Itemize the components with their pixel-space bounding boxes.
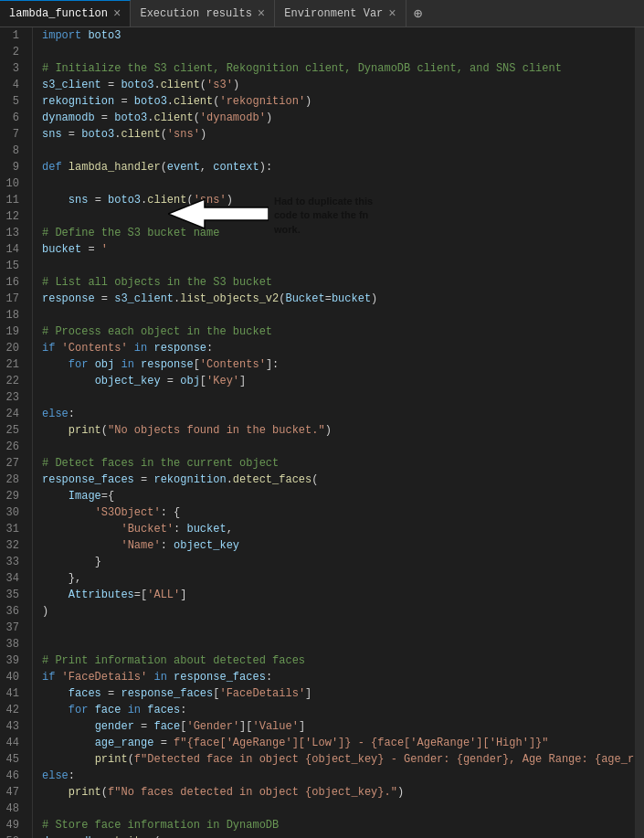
line-number: 4 (4, 77, 25, 93)
line-number: 3 (4, 60, 25, 77)
code-line: } (42, 554, 635, 570)
tab-bar: lambda_function × Execution results × En… (0, 0, 644, 27)
code-line (42, 258, 635, 274)
code-line: Image={ (42, 488, 635, 504)
code-line (42, 44, 635, 60)
code-line (42, 620, 635, 636)
line-number: 16 (4, 274, 25, 291)
code-editor[interactable]: import boto3 # Initialize the S3 client,… (33, 27, 635, 838)
code-line: for obj in response['Contents']: (42, 356, 635, 373)
code-line: # Print information about detected faces (42, 652, 635, 669)
line-number: 22 (4, 373, 25, 389)
tab-label-env: Environment Var (284, 7, 383, 20)
line-number: 26 (4, 439, 25, 455)
code-line: 'Bucket': bucket, (42, 521, 635, 537)
code-line: print("No objects found in the bucket.") (42, 422, 635, 439)
line-number: 20 (4, 340, 25, 356)
code-line: response_faces = rekognition.detect_face… (42, 472, 635, 488)
tab-close-env[interactable]: × (388, 7, 396, 20)
line-number: 41 (4, 685, 25, 702)
code-line: # Detect faces in the current object (42, 455, 635, 472)
scrollbar[interactable] (635, 27, 644, 838)
code-line: sns = boto3.client('sns') (42, 126, 635, 143)
line-number: 27 (4, 455, 25, 472)
code-line: def lambda_handler(event, context): (42, 159, 635, 175)
code-line (42, 307, 635, 324)
code-line: else: (42, 406, 635, 422)
line-number: 19 (4, 324, 25, 340)
code-line: object_key = obj['Key'] (42, 373, 635, 389)
code-line: gender = face['Gender']['Value'] (42, 718, 635, 735)
code-line: for face in faces: (42, 702, 635, 718)
line-number: 32 (4, 537, 25, 554)
code-line: faces = response_faces['FaceDetails'] (42, 685, 635, 702)
line-number: 2 (4, 44, 25, 60)
editor-container: 1234567891011121314151617181920212223242… (0, 27, 644, 838)
tab-label-lambda: lambda_function (9, 7, 108, 20)
line-number: 47 (4, 784, 25, 801)
line-number: 10 (4, 175, 25, 192)
line-number: 14 (4, 241, 25, 258)
line-number: 40 (4, 669, 25, 685)
line-number: 38 (4, 636, 25, 652)
line-number: 49 (4, 817, 25, 833)
code-line: dynamodb.put_item( (42, 833, 635, 838)
code-line (42, 208, 635, 225)
line-number: 33 (4, 554, 25, 570)
line-number: 30 (4, 504, 25, 521)
code-line: s3_client = boto3.client('s3') (42, 77, 635, 93)
line-number: 28 (4, 472, 25, 488)
line-number: 17 (4, 291, 25, 307)
line-number: 23 (4, 389, 25, 406)
tab-close-execution[interactable]: × (258, 7, 265, 20)
code-line: response = s3_client.list_objects_v2(Buc… (42, 291, 635, 307)
code-line: }, (42, 570, 635, 587)
line-number: 24 (4, 406, 25, 422)
line-number: 48 (4, 801, 25, 817)
line-number: 43 (4, 718, 25, 735)
line-number: 36 (4, 603, 25, 620)
code-line: bucket = ' (42, 241, 635, 258)
line-number: 8 (4, 143, 25, 159)
line-number: 18 (4, 307, 25, 324)
line-number: 35 (4, 587, 25, 603)
line-number: 7 (4, 126, 25, 143)
line-number: 21 (4, 356, 25, 373)
tab-execution-results[interactable]: Execution results × (131, 0, 275, 27)
code-line: # Define the S3 bucket name (42, 225, 635, 241)
add-tab-button[interactable]: ⊕ (406, 5, 430, 23)
code-line: if 'FaceDetails' in response_faces: (42, 669, 635, 685)
line-number: 25 (4, 422, 25, 439)
code-line: ) (42, 603, 635, 620)
code-line: else: (42, 768, 635, 784)
tab-lambda-function[interactable]: lambda_function × (0, 0, 131, 27)
line-number: 9 (4, 159, 25, 175)
line-number: 44 (4, 735, 25, 751)
code-line (42, 175, 635, 192)
code-line: if 'Contents' in response: (42, 340, 635, 356)
code-line (42, 389, 635, 406)
code-line (42, 801, 635, 817)
tab-environment-var[interactable]: Environment Var × (275, 0, 406, 27)
code-line (42, 439, 635, 455)
line-number: 6 (4, 110, 25, 126)
code-line: # List all objects in the S3 bucket (42, 274, 635, 291)
code-line: # Process each object in the bucket (42, 324, 635, 340)
code-line: print(f"No faces detected in object {obj… (42, 784, 635, 801)
line-number: 42 (4, 702, 25, 718)
line-number: 45 (4, 751, 25, 768)
code-line: age_range = f"{face['AgeRange']['Low']} … (42, 735, 635, 751)
line-number: 11 (4, 192, 25, 208)
line-numbers-gutter: 1234567891011121314151617181920212223242… (0, 27, 33, 838)
code-line: # Initialize the S3 client, Rekognition … (42, 60, 635, 77)
line-number: 37 (4, 620, 25, 636)
line-number: 1 (4, 27, 25, 44)
line-number: 13 (4, 225, 25, 241)
tab-close-lambda[interactable]: × (113, 7, 121, 20)
code-line: sns = boto3.client('sns') (42, 192, 635, 208)
line-number: 31 (4, 521, 25, 537)
line-number: 15 (4, 258, 25, 274)
line-number: 5 (4, 93, 25, 110)
line-number: 46 (4, 768, 25, 784)
code-line: import boto3 (42, 27, 635, 44)
